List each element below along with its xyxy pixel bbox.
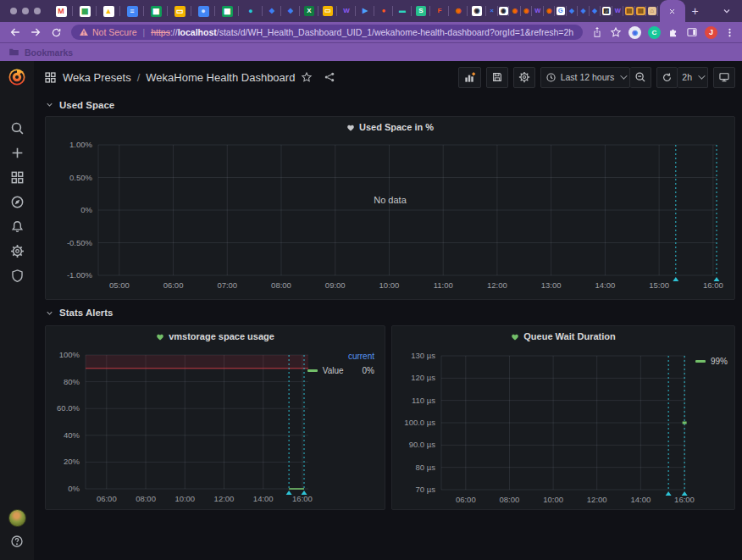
pinned-tab-diamond-app[interactable]: ◆ <box>281 0 300 22</box>
series-name[interactable]: Value <box>323 366 344 375</box>
active-tab[interactable] <box>660 0 685 22</box>
svg-text:60.0%: 60.0% <box>57 403 80 413</box>
pinned-tab-send-app[interactable]: ▶ <box>356 0 374 22</box>
zoom-window-button[interactable] <box>34 8 41 14</box>
user-avatar[interactable] <box>8 509 26 527</box>
add-panel-button[interactable] <box>458 67 481 88</box>
dashboard-settings-button[interactable] <box>513 67 535 88</box>
pinned-tab-diamond-app[interactable]: ◆ <box>567 0 579 22</box>
pinned-tab-google-slides[interactable]: ▭ <box>318 0 337 22</box>
legend-item[interactable]: Value 0% <box>307 366 374 375</box>
pinned-tab-google[interactable]: G <box>555 0 567 22</box>
sidebar-item-server-admin[interactable] <box>0 263 34 288</box>
refresh-button[interactable] <box>656 67 678 88</box>
row-stats-alerts[interactable]: Stats Alerts <box>45 300 742 325</box>
pinned-tab-google-drive[interactable]: ▲ <box>97 0 120 22</box>
window-controls[interactable] <box>0 0 49 22</box>
sidebar-item-search[interactable] <box>0 116 34 141</box>
help-icon[interactable] <box>10 535 24 548</box>
extension-icon[interactable]: ◉ <box>628 26 641 39</box>
svg-text:14:00: 14:00 <box>253 494 274 503</box>
panel-vmstorage[interactable]: vmstorage space usage 100%80%60.0%40%20%… <box>45 325 385 510</box>
forward-button[interactable] <box>27 24 44 41</box>
profile-avatar[interactable]: J <box>705 26 717 39</box>
dashboards-icon <box>10 170 25 185</box>
grafana-logo[interactable] <box>8 68 26 90</box>
panel-title[interactable]: Queue Wait Duration <box>392 331 734 341</box>
queue-wait-chart[interactable]: 130 µs120 µs110 µs100.0 µs90.0 µs80 µs70… <box>392 326 734 509</box>
bookmark-star-icon[interactable] <box>610 26 622 38</box>
pinned-tab-chat-app[interactable]: ● <box>239 0 263 22</box>
pinned-tab-google-sheets[interactable]: ▦ <box>215 0 239 22</box>
panel-title[interactable]: vmstorage space usage <box>46 331 385 341</box>
sidebar-item-explore[interactable] <box>0 190 34 214</box>
series-color-swatch <box>695 360 706 363</box>
save-dashboard-button[interactable] <box>486 67 508 88</box>
pinned-tab-google-meet[interactable]: ● <box>191 0 215 22</box>
sidebar-item-create[interactable] <box>0 141 34 165</box>
breadcrumb-folder[interactable]: Weka Presets <box>63 71 131 84</box>
pinned-tab-grammarly[interactable]: S <box>412 0 430 22</box>
share-icon[interactable] <box>591 26 603 38</box>
tab-search-chevron-icon[interactable] <box>722 6 732 16</box>
address-bar[interactable]: Not Secure | https://localhost/stats/d/W… <box>71 25 583 40</box>
pinned-tab-aws-db[interactable]: ▤ <box>635 0 647 22</box>
used-space-chart[interactable]: 1.00%0.50%0%-0.50%-1.00%05:0006:0007:000… <box>46 117 734 299</box>
pinned-tab-s-circle[interactable]: ◉ <box>468 0 486 22</box>
refresh-interval-picker[interactable]: 2h <box>678 67 708 88</box>
legend-column-header[interactable]: current <box>307 352 374 361</box>
panel-used-space[interactable]: Used Space in % 1.00%0.50%0%-0.50%-1.00%… <box>45 116 735 300</box>
sidebar-item-dashboards[interactable] <box>0 165 34 190</box>
pinned-tab-weka[interactable]: W <box>532 0 544 22</box>
extension-grammarly-icon[interactable]: C <box>648 26 661 39</box>
pinned-tab-grafana[interactable]: ◉ <box>521 0 533 22</box>
back-button[interactable] <box>7 24 24 41</box>
pinned-tab-google-docs[interactable]: ≡ <box>120 0 144 22</box>
pinned-tab-google-photos[interactable]: ▦ <box>73 0 97 22</box>
pinned-tab-home-app[interactable]: ⌂ <box>646 0 658 22</box>
pinned-tab-teal-app[interactable]: ▬ <box>393 0 412 22</box>
sidebar-item-alerting[interactable] <box>0 214 34 239</box>
sidebar-item-configuration[interactable] <box>0 239 34 263</box>
pinned-tab-excel[interactable]: X <box>300 0 318 22</box>
breadcrumb-dashboard-title[interactable]: WekaHome Health Dashboard <box>146 71 295 84</box>
pinned-tab-orange-app[interactable]: ● <box>374 0 393 22</box>
pinned-tab-weka[interactable]: W <box>612 0 624 22</box>
close-tab-icon[interactable] <box>668 8 676 15</box>
new-tab-button[interactable]: + <box>685 0 706 22</box>
pinned-tab-aws-db[interactable]: ▤ <box>623 0 635 22</box>
browser-tab-bar: M▦▲≡▦▭●▦●◆◆X▭W▶●▬SF◉◉×◉◉◉W◉G◆◈◆▨W▤▤⌂ + <box>0 0 742 22</box>
menu-kebab-icon[interactable] <box>724 27 735 38</box>
close-window-button[interactable] <box>10 8 17 14</box>
panel-queue-wait[interactable]: Queue Wait Duration 130 µs120 µs110 µs10… <box>391 325 735 510</box>
zoom-out-time-button[interactable] <box>630 67 651 88</box>
pinned-tab-blue-x[interactable]: × <box>486 0 498 22</box>
series-name[interactable]: 99% <box>711 357 728 366</box>
share-dashboard-icon[interactable] <box>324 71 335 83</box>
panel-title[interactable]: Used Space in % <box>46 122 734 132</box>
pinned-tab-notion[interactable]: ▨ <box>601 0 612 22</box>
pinned-tab-diamond-app[interactable]: ◆ <box>263 0 281 22</box>
pinned-tab-diamond-app[interactable]: ◆ <box>590 0 601 22</box>
pinned-tab-google-sheets[interactable]: ▦ <box>144 0 168 22</box>
svg-text:16:00: 16:00 <box>292 494 313 503</box>
pinned-tab-gmail[interactable]: M <box>49 0 73 22</box>
not-secure-warning[interactable]: Not Secure <box>79 27 137 37</box>
pinned-tab-grafana[interactable]: ◉ <box>544 0 556 22</box>
cycle-view-mode-button[interactable] <box>713 67 735 88</box>
minimize-window-button[interactable] <box>22 8 29 14</box>
time-range-picker[interactable]: Last 12 hours <box>540 67 631 88</box>
bookmarks-bar[interactable]: Bookmarks <box>0 42 742 61</box>
pinned-tab-figma[interactable]: F <box>430 0 449 22</box>
pinned-tab-layers-app[interactable]: ◈ <box>578 0 590 22</box>
row-used-space[interactable]: Used Space <box>45 93 742 116</box>
pinned-tab-s-circle[interactable]: ◉ <box>498 0 510 22</box>
reload-button[interactable] <box>47 24 64 41</box>
pinned-tab-grafana[interactable]: ◉ <box>509 0 521 22</box>
extensions-puzzle-icon[interactable] <box>667 26 679 38</box>
pinned-tab-weka[interactable]: W <box>337 0 356 22</box>
pinned-tab-google-slides[interactable]: ▭ <box>168 0 191 22</box>
side-panel-icon[interactable] <box>686 26 698 38</box>
pinned-tab-grafana[interactable]: ◉ <box>449 0 468 22</box>
favorite-star-icon[interactable] <box>301 71 313 83</box>
